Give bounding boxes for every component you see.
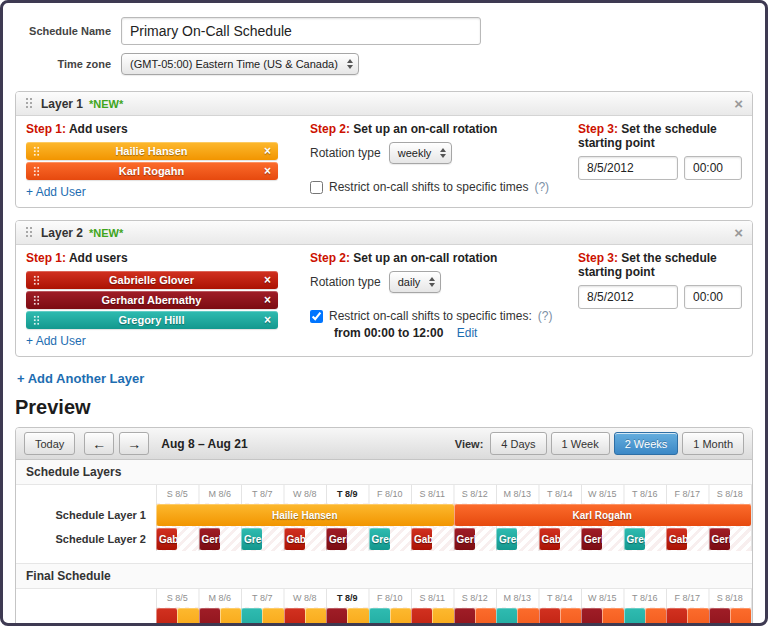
drag-handle-icon[interactable] <box>33 146 39 157</box>
schedule-block[interactable]: Gerhard Abernathy <box>326 608 347 626</box>
schedule-block[interactable]: Hailie Hansen <box>177 608 198 626</box>
restrict-checkbox[interactable] <box>310 181 323 194</box>
schedule-block[interactable]: Karl Rogahn <box>730 608 751 626</box>
next-arrow-button[interactable]: → <box>119 432 149 455</box>
preview-panel: Today ← → Aug 8 – Aug 21 View: 4 Days 1 … <box>15 427 753 626</box>
rotation-type-select[interactable]: daily <box>389 271 442 293</box>
step3-number: Step 3: <box>578 251 618 265</box>
schedule-block[interactable]: Gerhard Abernathy <box>581 608 602 626</box>
user-pill[interactable]: Gregory Hilll× <box>26 311 278 329</box>
user-pill-name: Hailie Hansen <box>45 145 258 157</box>
view-2weeks-button[interactable]: 2 Weeks <box>614 432 679 455</box>
start-date-input[interactable] <box>578 285 678 309</box>
rotation-type-select[interactable]: weekly <box>389 142 453 164</box>
day-header: F 8/17 <box>666 589 709 607</box>
remove-user-icon[interactable]: × <box>264 294 271 306</box>
schedule-block[interactable]: Gerhard Abernathy <box>709 608 730 626</box>
schedule-block[interactable]: Hailie Hansen <box>390 608 411 626</box>
schedule-block[interactable]: Gabrielle Glover <box>666 608 687 626</box>
prev-arrow-button[interactable]: ← <box>84 432 114 455</box>
schedule-block[interactable]: Gregory Hilll <box>624 608 645 626</box>
schedule-block[interactable]: Gabrielle Glover <box>411 608 432 626</box>
restrict-times: from 00:00 to 12:00 <box>334 326 443 340</box>
step1-heading: Step 1: Add users <box>26 122 304 136</box>
schedule-block[interactable]: Gregory Hilll <box>369 528 390 550</box>
step2-heading: Step 2: Set up an on-call rotation <box>310 122 572 136</box>
start-time-input[interactable] <box>684 285 742 309</box>
schedule-block[interactable]: Gabrielle Glover <box>284 608 305 626</box>
user-pill[interactable]: Gerhard Abernathy× <box>26 291 278 309</box>
help-icon[interactable]: (?) <box>538 309 553 323</box>
timezone-select[interactable]: (GMT-05:00) Eastern Time (US & Canada) <box>121 53 359 75</box>
schedule-block[interactable]: Karl Rogahn <box>560 608 581 626</box>
schedule-block[interactable]: Gabrielle Glover <box>284 528 305 550</box>
schedule-block[interactable]: Gerhard Abernathy <box>326 528 347 550</box>
remove-user-icon[interactable]: × <box>264 314 271 326</box>
schedule-name-input[interactable] <box>121 17 481 45</box>
schedule-block[interactable]: Karl Rogahn <box>687 608 708 626</box>
schedule-block[interactable]: Gerhard Abernathy <box>454 608 475 626</box>
schedule-block[interactable]: Hailie Hansen <box>305 608 326 626</box>
schedule-block[interactable]: Gregory Hilll <box>496 608 517 626</box>
schedule-block[interactable]: Karl Rogahn <box>517 608 538 626</box>
drag-handle-icon[interactable] <box>25 226 32 239</box>
help-icon[interactable]: (?) <box>534 180 549 194</box>
layer-2-panel: Layer 2 *NEW* × Step 1: Add users Gabrie… <box>15 220 753 357</box>
user-pill[interactable]: Hailie Hansen× <box>26 142 278 160</box>
view-4days-button[interactable]: 4 Days <box>490 432 546 455</box>
schedule-block[interactable]: Hailie Hansen <box>432 608 453 626</box>
schedule-block[interactable]: Karl Rogahn <box>645 608 666 626</box>
schedule-block-label: Gabrielle Glover <box>284 534 305 545</box>
schedule-block[interactable]: Gerhard Abernathy <box>199 608 220 626</box>
schedule-block[interactable]: Gabrielle Glover <box>411 528 432 550</box>
schedule-block[interactable]: Gerhard Abernathy <box>709 528 730 550</box>
schedule-block[interactable]: Hailie Hansen <box>262 608 283 626</box>
schedule-block[interactable]: Karl Rogahn <box>454 504 752 526</box>
start-date-input[interactable] <box>578 156 678 180</box>
timezone-value: (GMT-05:00) Eastern Time (US & Canada) <box>130 58 338 70</box>
schedule-block[interactable]: Gabrielle Glover <box>539 528 560 550</box>
schedule-block[interactable]: Gabrielle Glover <box>156 528 177 550</box>
day-header: S 8/5 <box>156 589 199 607</box>
drag-handle-icon[interactable] <box>33 315 39 326</box>
schedule-block[interactable]: Gabrielle Glover <box>666 528 687 550</box>
schedule-block[interactable]: Gregory Hilll <box>624 528 645 550</box>
today-button[interactable]: Today <box>24 432 75 455</box>
schedule-block[interactable]: Gregory Hilll <box>241 528 262 550</box>
drag-handle-icon[interactable] <box>33 295 39 306</box>
edit-link[interactable]: Edit <box>457 326 478 340</box>
close-icon[interactable]: × <box>734 225 743 240</box>
schedule-block[interactable]: Karl Rogahn <box>602 608 623 626</box>
view-1week-button[interactable]: 1 Week <box>551 432 610 455</box>
drag-handle-icon[interactable] <box>33 275 39 286</box>
schedule-block[interactable]: Gabrielle Glover <box>156 608 177 626</box>
restrict-checkbox[interactable] <box>310 310 323 323</box>
add-user-link[interactable]: + Add User <box>26 334 86 348</box>
view-1month-button[interactable]: 1 Month <box>682 432 744 455</box>
schedule-block[interactable]: Hailie Hansen <box>220 608 241 626</box>
remove-user-icon[interactable]: × <box>264 274 271 286</box>
schedule-block[interactable]: Gerhard Abernathy <box>199 528 220 550</box>
day-header: F 8/10 <box>369 485 412 503</box>
schedule-block[interactable]: Gerhard Abernathy <box>581 528 602 550</box>
remove-user-icon[interactable]: × <box>264 165 271 177</box>
schedule-block[interactable]: Gregory Hilll <box>241 608 262 626</box>
schedule-block[interactable]: Gregory Hilll <box>496 528 517 550</box>
remove-user-icon[interactable]: × <box>264 145 271 157</box>
layer-2-row-label: Schedule Layer 2 <box>16 527 156 551</box>
drag-handle-icon[interactable] <box>33 166 39 177</box>
schedule-block[interactable]: Gerhard Abernathy <box>454 528 475 550</box>
drag-handle-icon[interactable] <box>25 97 32 110</box>
schedule-block[interactable]: Gabrielle Glover <box>539 608 560 626</box>
schedule-block[interactable]: Gregory Hilll <box>369 608 390 626</box>
step2-title: Set up an on-call rotation <box>353 122 497 136</box>
add-user-link[interactable]: + Add User <box>26 185 86 199</box>
user-pill[interactable]: Gabrielle Glover× <box>26 271 278 289</box>
close-icon[interactable]: × <box>734 96 743 111</box>
user-pill[interactable]: Karl Rogahn× <box>26 162 278 180</box>
schedule-block[interactable]: Hailie Hansen <box>156 504 454 526</box>
schedule-block[interactable]: Hailie Hansen <box>347 608 368 626</box>
schedule-block[interactable]: Karl Rogahn <box>475 608 496 626</box>
add-another-layer-link[interactable]: + Add Another Layer <box>17 371 144 386</box>
start-time-input[interactable] <box>684 156 742 180</box>
